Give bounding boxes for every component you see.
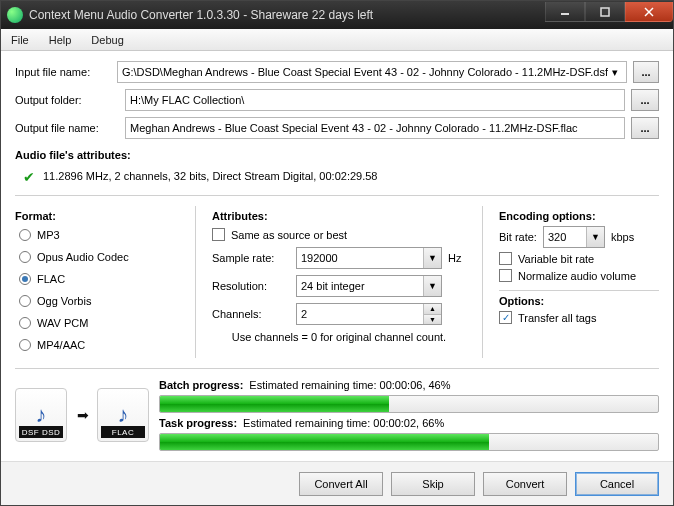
divider	[482, 206, 483, 358]
radio-dot-icon	[19, 295, 31, 307]
menu-debug[interactable]: Debug	[81, 29, 133, 50]
batch-progress-bar	[159, 395, 659, 413]
spin-down-icon[interactable]: ▼	[424, 315, 441, 325]
channels-spinner[interactable]: 2▲▼	[296, 303, 442, 325]
browse-input-button[interactable]: ...	[633, 61, 659, 83]
sample-rate-label: Sample rate:	[212, 252, 290, 264]
encoding-heading: Encoding options:	[499, 210, 659, 222]
channels-label: Channels:	[212, 308, 290, 320]
app-window: Context Menu Audio Converter 1.0.3.30 - …	[0, 0, 674, 506]
format-radio-label: MP4/AAC	[37, 339, 85, 351]
chevron-down-icon[interactable]: ▾	[608, 66, 622, 79]
spin-up-icon[interactable]: ▲	[424, 304, 441, 315]
format-radio-flac[interactable]: FLAC	[19, 270, 179, 288]
menubar: File Help Debug	[1, 29, 673, 51]
output-file-field[interactable]: Meghan Andrews - Blue Coast Special Even…	[125, 117, 625, 139]
format-radio-label: WAV PCM	[37, 317, 88, 329]
check-icon: ✔	[23, 169, 37, 183]
radio-dot-icon	[19, 229, 31, 241]
sample-rate-unit: Hz	[448, 252, 466, 264]
titlebar: Context Menu Audio Converter 1.0.3.30 - …	[1, 1, 673, 29]
convert-button[interactable]: Convert	[483, 472, 567, 496]
radio-dot-icon	[19, 251, 31, 263]
music-note-icon: ♪	[36, 402, 47, 428]
minimize-button[interactable]	[545, 2, 585, 22]
window-title: Context Menu Audio Converter 1.0.3.30 - …	[29, 8, 545, 22]
bitrate-label: Bit rate:	[499, 231, 537, 243]
batch-progress-label: Batch progress:	[159, 379, 243, 391]
target-format-icon: ♪ FLAC	[97, 388, 149, 442]
normalize-checkbox[interactable]	[499, 269, 512, 282]
channels-hint: Use channels = 0 for original channel co…	[212, 331, 466, 343]
divider	[15, 368, 659, 369]
vbr-label: Variable bit rate	[518, 253, 594, 265]
format-radio-mp4-aac[interactable]: MP4/AAC	[19, 336, 179, 354]
divider	[195, 206, 196, 358]
arrow-right-icon: ➡	[77, 407, 87, 423]
bitrate-unit: kbps	[611, 231, 634, 243]
transfer-tags-label: Transfer all tags	[518, 312, 596, 324]
chevron-down-icon[interactable]: ▼	[423, 276, 441, 296]
bitrate-combo[interactable]: 320▼	[543, 226, 605, 248]
format-radio-label: Ogg Vorbis	[37, 295, 91, 307]
resolution-label: Resolution:	[212, 280, 290, 292]
transfer-tags-checkbox[interactable]: ✓	[499, 311, 512, 324]
close-button[interactable]	[625, 2, 673, 22]
task-progress-label: Task progress:	[159, 417, 237, 429]
maximize-button[interactable]	[585, 2, 625, 22]
chevron-down-icon[interactable]: ▼	[586, 227, 604, 247]
file-attributes-value: 11.2896 MHz, 2 channels, 32 bits, Direct…	[43, 170, 377, 182]
format-radio-mp3[interactable]: MP3	[19, 226, 179, 244]
radio-dot-icon	[19, 317, 31, 329]
options-heading: Options:	[499, 295, 659, 307]
format-radio-wav-pcm[interactable]: WAV PCM	[19, 314, 179, 332]
input-file-label: Input file name:	[15, 66, 111, 78]
format-radio-ogg-vorbis[interactable]: Ogg Vorbis	[19, 292, 179, 310]
same-as-source-label: Same as source or best	[231, 229, 347, 241]
task-progress-bar	[159, 433, 659, 451]
radio-dot-icon	[19, 339, 31, 351]
sample-rate-combo[interactable]: 192000▼	[296, 247, 442, 269]
input-file-field[interactable]: G:\DSD\Meghan Andrews - Blue Coast Speci…	[117, 61, 627, 83]
task-progress-text: Estimated remaining time: 00:00:02, 66%	[243, 417, 444, 429]
output-folder-field[interactable]: H:\My FLAC Collection\	[125, 89, 625, 111]
attributes-heading: Audio file's attributes:	[15, 149, 659, 161]
cancel-button[interactable]: Cancel	[575, 472, 659, 496]
radio-dot-icon	[19, 273, 31, 285]
divider	[499, 290, 659, 291]
output-folder-label: Output folder:	[15, 94, 119, 106]
skip-button[interactable]: Skip	[391, 472, 475, 496]
divider	[15, 195, 659, 196]
chevron-down-icon[interactable]: ▼	[423, 248, 441, 268]
menu-help[interactable]: Help	[39, 29, 82, 50]
menu-file[interactable]: File	[1, 29, 39, 50]
format-radio-label: FLAC	[37, 273, 65, 285]
source-format-icon: ♪ DSF DSD	[15, 388, 67, 442]
format-radio-label: Opus Audio Codec	[37, 251, 129, 263]
format-radio-label: MP3	[37, 229, 60, 241]
attr-heading: Attributes:	[212, 210, 466, 222]
output-file-label: Output file name:	[15, 122, 119, 134]
browse-output-file-button[interactable]: ...	[631, 117, 659, 139]
app-icon	[7, 7, 23, 23]
browse-output-folder-button[interactable]: ...	[631, 89, 659, 111]
batch-progress-text: Estimated remaining time: 00:00:06, 46%	[249, 379, 450, 391]
svg-rect-1	[601, 8, 609, 16]
resolution-combo[interactable]: 24 bit integer▼	[296, 275, 442, 297]
convert-all-button[interactable]: Convert All	[299, 472, 383, 496]
normalize-label: Normalize audio volume	[518, 270, 636, 282]
format-radio-opus-audio-codec[interactable]: Opus Audio Codec	[19, 248, 179, 266]
music-note-icon: ♪	[118, 402, 129, 428]
footer-buttons: Convert All Skip Convert Cancel	[1, 461, 673, 505]
format-heading: Format:	[15, 210, 179, 222]
same-as-source-checkbox[interactable]	[212, 228, 225, 241]
vbr-checkbox[interactable]	[499, 252, 512, 265]
